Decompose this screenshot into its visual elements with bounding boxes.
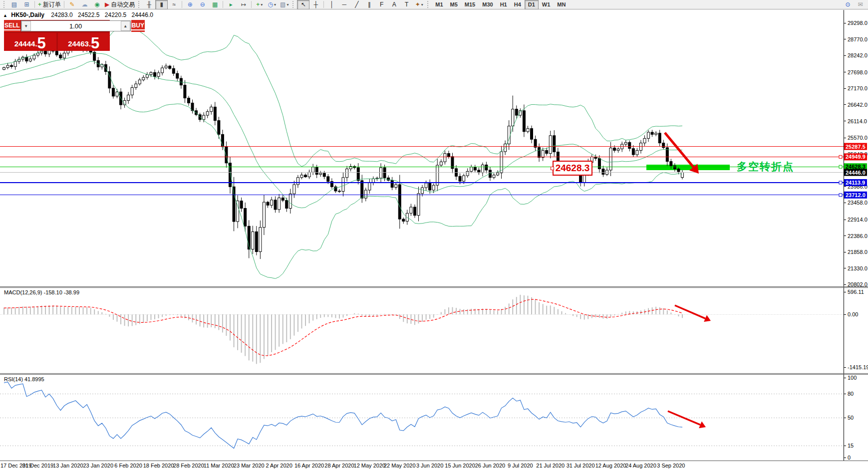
signals-icon[interactable]: ◉ xyxy=(91,0,103,9)
templates-icon[interactable]: ▧▾ xyxy=(278,0,290,9)
date-tick: 15 Jun 2020 xyxy=(445,463,475,469)
line-chart-icon[interactable]: ≈ xyxy=(168,0,180,9)
text-icon[interactable]: A xyxy=(388,0,400,9)
highlighter-icon[interactable]: ✎ xyxy=(66,0,78,9)
crosshair-icon[interactable]: ┼ xyxy=(309,0,322,9)
price-axis-label: 24113.9 xyxy=(846,180,865,186)
tf-d1-button[interactable]: D1 xyxy=(525,0,539,9)
tf-m15-button[interactable]: M15 xyxy=(461,0,479,9)
indicators-icon-caret[interactable]: ▾ xyxy=(261,0,263,9)
chat-icon[interactable]: ✉ xyxy=(854,0,867,9)
tf-m30-button[interactable]: M30 xyxy=(479,0,496,9)
trendline-icon[interactable]: ╱ xyxy=(350,0,363,9)
tf-w1-button[interactable]: W1 xyxy=(539,0,554,9)
candle-chart-icon-glyph: ▮ xyxy=(160,0,163,9)
market-watch-icon-glyph: ▤ xyxy=(11,0,17,9)
rsi-axis-label: 0 xyxy=(848,455,851,461)
ohlc-low: 24220.5 xyxy=(105,11,126,18)
price-axis-label: 25287.5 xyxy=(846,144,866,150)
date-tick: 28 Apr 2020 xyxy=(324,463,354,469)
autotrading-icon-label: 自动交易 xyxy=(111,0,135,9)
tf-label: H4 xyxy=(512,0,523,9)
buy-price[interactable]: 24463.5 xyxy=(58,33,110,51)
sell-button-label: SELL xyxy=(4,22,20,30)
signals-icon-glyph: ◉ xyxy=(94,0,99,9)
date-tick: 31 Jul 2020 xyxy=(567,463,595,469)
text-icon-glyph: A xyxy=(392,0,396,9)
tf-h4-button[interactable]: H4 xyxy=(511,0,525,9)
volume-input[interactable] xyxy=(31,21,121,31)
search-icon-glyph: ⊙ xyxy=(845,0,850,9)
zoom-out-icon-glyph: ⊖ xyxy=(200,0,205,9)
arrows-tool-icon-caret[interactable]: ▾ xyxy=(421,0,423,9)
date-tick: 22 May 2020 xyxy=(384,463,416,469)
ohlc-open: 24283.0 xyxy=(51,11,72,18)
search-icon[interactable]: ⊙ xyxy=(842,0,854,9)
buy-price-pip: 5 xyxy=(91,36,99,50)
bar-chart-icon[interactable]: ╫ xyxy=(143,0,155,9)
toolbar-grip[interactable] xyxy=(292,1,295,8)
tile-windows-icon[interactable]: ▦ xyxy=(209,0,221,9)
periods-icon-caret[interactable]: ▾ xyxy=(274,0,276,9)
channel-icon[interactable]: ∥ xyxy=(363,0,375,9)
indicators-icon[interactable]: +▾ xyxy=(253,0,266,9)
crosshair-icon-glyph: ┼ xyxy=(313,0,318,9)
fibonacci-icon[interactable]: F xyxy=(375,0,388,9)
date-tick: 26 Jun 2020 xyxy=(475,463,506,469)
date-tick: 21 Jul 2020 xyxy=(536,463,565,469)
tf-mn-button[interactable]: MN xyxy=(554,0,569,9)
buy-price-base: 24463. xyxy=(68,37,91,50)
highlighter-icon-glyph: ✎ xyxy=(69,0,74,9)
price-tick: 27170.0 xyxy=(848,85,868,91)
date-tick: 28 Feb 2020 xyxy=(173,463,204,469)
templates-icon-caret[interactable]: ▾ xyxy=(287,0,289,9)
date-tick: 12 May 2020 xyxy=(354,463,386,469)
date-tick: 9 Jul 2020 xyxy=(508,463,533,469)
vertical-line-icon[interactable]: │ xyxy=(325,0,338,9)
date-tick: 23 Mar 2020 xyxy=(234,463,265,469)
chart-shift-icon[interactable]: ↦ xyxy=(237,0,250,9)
autoscroll-icon-glyph: ▸ xyxy=(230,0,233,9)
toolbar-grip[interactable] xyxy=(138,1,141,8)
sell-price-pip: 5 xyxy=(37,36,46,50)
date-tick: 31 Dec 2019 xyxy=(22,463,53,469)
periods-icon[interactable]: ◷▾ xyxy=(266,0,278,9)
zoom-out-icon[interactable]: ⊖ xyxy=(196,0,209,9)
tf-m1-button[interactable]: M1 xyxy=(432,0,446,9)
arrows-tool-icon[interactable]: ✦▾ xyxy=(413,0,425,9)
trendline-icon-glyph: ╱ xyxy=(355,0,358,9)
text-label-icon[interactable]: T xyxy=(400,0,413,9)
toolbar-separator xyxy=(34,1,35,8)
tile-windows-icon-glyph: ▦ xyxy=(212,0,218,9)
buy-button[interactable]: BUY xyxy=(131,20,145,32)
price-flag-annotation[interactable]: 24628.3 xyxy=(553,161,592,176)
volume-down-button[interactable]: ▼ xyxy=(21,21,31,31)
horizontal-line-icon[interactable]: ─ xyxy=(338,0,350,9)
volume-stepper: ▼ ▲ xyxy=(21,20,131,31)
sell-button[interactable]: SELL xyxy=(4,20,20,32)
price-tick: 28770.0 xyxy=(848,36,868,42)
date-tick: 3 Sep 2020 xyxy=(657,463,685,469)
vps-icon[interactable]: ☁ xyxy=(78,0,91,9)
candle-chart-icon[interactable]: ▮ xyxy=(155,0,168,9)
tf-h1-button[interactable]: H1 xyxy=(497,0,511,9)
vertical-line-icon-glyph: │ xyxy=(330,0,334,9)
toolbar-grip[interactable] xyxy=(3,1,6,8)
tf-label: M15 xyxy=(463,0,477,9)
toolbar-separator xyxy=(323,1,324,8)
tf-m5-button[interactable]: M5 xyxy=(447,0,461,9)
collapse-panel-arrow[interactable]: ▲ xyxy=(3,13,7,18)
autotrading-icon[interactable]: ▶自动交易 xyxy=(103,0,136,9)
main-toolbar: ▤⊞+新订单✎☁◉▶自动交易╫▮≈⊕⊖▦▸↦+▾◷▾▧▾↖┼│─╱∥FAT✦▾M… xyxy=(0,0,868,9)
sell-price[interactable]: 24444.5 xyxy=(4,33,56,51)
toolbar-grip[interactable] xyxy=(427,1,430,8)
volume-up-button[interactable]: ▲ xyxy=(121,21,130,31)
cursor-icon[interactable]: ↖ xyxy=(297,0,309,9)
chart-canvas[interactable]: 29298.028770.028242.027698.027170.026642… xyxy=(0,0,868,471)
zoom-in-icon[interactable]: ⊕ xyxy=(184,0,196,9)
indicators-icon-glyph: + xyxy=(256,0,260,9)
market-watch-icon[interactable]: ▤ xyxy=(8,0,20,9)
autoscroll-icon[interactable]: ▸ xyxy=(225,0,237,9)
new-order-icon[interactable]: +新订单 xyxy=(36,0,62,9)
data-window-icon[interactable]: ⊞ xyxy=(20,0,33,9)
